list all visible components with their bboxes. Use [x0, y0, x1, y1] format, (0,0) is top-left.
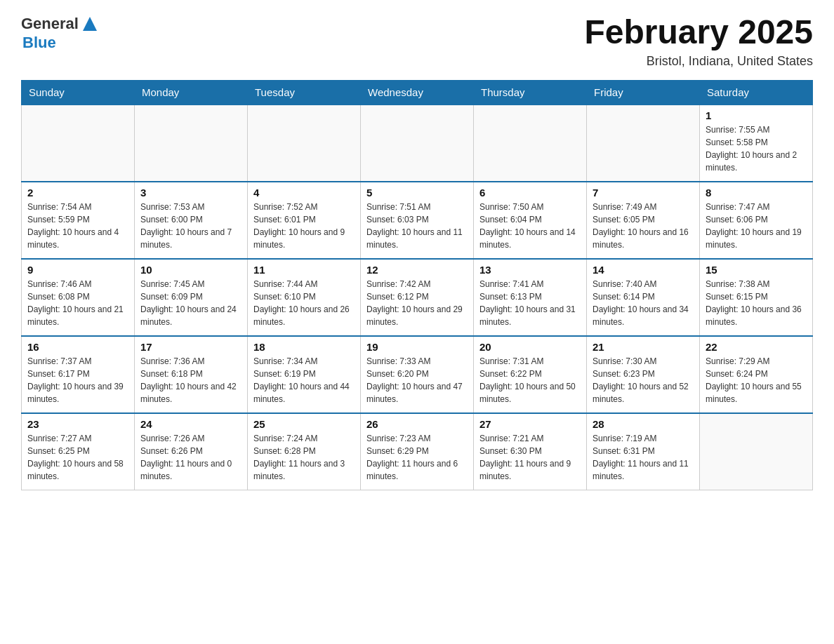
calendar-day-cell: 18Sunrise: 7:34 AMSunset: 6:19 PMDayligh… [248, 336, 361, 413]
day-number: 20 [479, 341, 581, 353]
calendar-week-row: 9Sunrise: 7:46 AMSunset: 6:08 PMDaylight… [22, 259, 813, 336]
day-sun-info: Sunrise: 7:29 AMSunset: 6:24 PMDaylight:… [706, 355, 807, 405]
calendar-day-cell: 2Sunrise: 7:54 AMSunset: 5:59 PMDaylight… [22, 182, 135, 259]
day-number: 22 [706, 341, 807, 353]
day-sun-info: Sunrise: 7:26 AMSunset: 6:26 PMDaylight:… [140, 432, 241, 483]
day-sun-info: Sunrise: 7:38 AMSunset: 6:15 PMDaylight:… [706, 278, 807, 328]
day-sun-info: Sunrise: 7:36 AMSunset: 6:18 PMDaylight:… [140, 355, 241, 405]
weekday-header-thursday: Thursday [474, 80, 587, 105]
day-number: 28 [593, 418, 694, 430]
calendar-day-cell: 22Sunrise: 7:29 AMSunset: 6:24 PMDayligh… [700, 336, 813, 413]
day-sun-info: Sunrise: 7:55 AMSunset: 5:58 PMDaylight:… [706, 123, 807, 174]
calendar-day-cell: 12Sunrise: 7:42 AMSunset: 6:12 PMDayligh… [361, 259, 474, 336]
day-number: 3 [140, 187, 241, 199]
calendar-day-cell: 26Sunrise: 7:23 AMSunset: 6:29 PMDayligh… [361, 413, 474, 490]
calendar-day-cell: 4Sunrise: 7:52 AMSunset: 6:01 PMDaylight… [248, 182, 361, 259]
weekday-header-saturday: Saturday [700, 80, 813, 105]
weekday-header-monday: Monday [135, 80, 248, 105]
month-title: February 2025 [584, 14, 813, 51]
logo: General Blue [21, 14, 100, 52]
calendar-day-cell: 1Sunrise: 7:55 AMSunset: 5:58 PMDaylight… [700, 105, 813, 182]
day-number: 21 [593, 341, 694, 353]
calendar-week-row: 23Sunrise: 7:27 AMSunset: 6:25 PMDayligh… [22, 413, 813, 490]
day-sun-info: Sunrise: 7:53 AMSunset: 6:00 PMDaylight:… [140, 201, 241, 251]
calendar-day-cell: 20Sunrise: 7:31 AMSunset: 6:22 PMDayligh… [474, 336, 587, 413]
calendar-day-cell [474, 105, 587, 182]
day-number: 2 [27, 187, 128, 199]
calendar-day-cell [22, 105, 135, 182]
day-number: 13 [479, 264, 581, 276]
day-number: 16 [27, 341, 128, 353]
calendar-day-cell: 25Sunrise: 7:24 AMSunset: 6:28 PMDayligh… [248, 413, 361, 490]
day-number: 6 [479, 187, 581, 199]
day-sun-info: Sunrise: 7:45 AMSunset: 6:09 PMDaylight:… [140, 278, 241, 328]
day-sun-info: Sunrise: 7:30 AMSunset: 6:23 PMDaylight:… [593, 355, 694, 405]
calendar-day-cell: 24Sunrise: 7:26 AMSunset: 6:26 PMDayligh… [135, 413, 248, 490]
day-number: 12 [366, 264, 468, 276]
day-sun-info: Sunrise: 7:23 AMSunset: 6:29 PMDaylight:… [366, 432, 468, 483]
calendar-day-cell [248, 105, 361, 182]
calendar-day-cell: 27Sunrise: 7:21 AMSunset: 6:30 PMDayligh… [474, 413, 587, 490]
weekday-header-sunday: Sunday [22, 80, 135, 105]
calendar-day-cell: 28Sunrise: 7:19 AMSunset: 6:31 PMDayligh… [587, 413, 700, 490]
svg-marker-0 [83, 17, 97, 31]
day-sun-info: Sunrise: 7:37 AMSunset: 6:17 PMDaylight:… [27, 355, 128, 405]
day-number: 25 [253, 418, 355, 430]
day-number: 14 [593, 264, 694, 276]
calendar-day-cell [587, 105, 700, 182]
day-number: 24 [140, 418, 241, 430]
calendar-day-cell [135, 105, 248, 182]
day-number: 17 [140, 341, 241, 353]
day-sun-info: Sunrise: 7:41 AMSunset: 6:13 PMDaylight:… [479, 278, 581, 328]
day-sun-info: Sunrise: 7:27 AMSunset: 6:25 PMDaylight:… [27, 432, 128, 483]
weekday-header-wednesday: Wednesday [361, 80, 474, 105]
day-number: 10 [140, 264, 241, 276]
calendar-day-cell [700, 413, 813, 490]
calendar-week-row: 1Sunrise: 7:55 AMSunset: 5:58 PMDaylight… [22, 105, 813, 182]
day-number: 15 [706, 264, 807, 276]
day-number: 23 [27, 418, 128, 430]
calendar-day-cell: 10Sunrise: 7:45 AMSunset: 6:09 PMDayligh… [135, 259, 248, 336]
day-sun-info: Sunrise: 7:42 AMSunset: 6:12 PMDaylight:… [366, 278, 468, 328]
location-title: Bristol, Indiana, United States [584, 54, 813, 69]
day-sun-info: Sunrise: 7:54 AMSunset: 5:59 PMDaylight:… [27, 201, 128, 251]
day-sun-info: Sunrise: 7:24 AMSunset: 6:28 PMDaylight:… [253, 432, 355, 483]
day-number: 5 [366, 187, 468, 199]
calendar-day-cell: 17Sunrise: 7:36 AMSunset: 6:18 PMDayligh… [135, 336, 248, 413]
day-sun-info: Sunrise: 7:19 AMSunset: 6:31 PMDaylight:… [593, 432, 694, 483]
calendar-day-cell: 11Sunrise: 7:44 AMSunset: 6:10 PMDayligh… [248, 259, 361, 336]
weekday-header-row: SundayMondayTuesdayWednesdayThursdayFrid… [22, 80, 813, 105]
calendar-day-cell: 7Sunrise: 7:49 AMSunset: 6:05 PMDaylight… [587, 182, 700, 259]
calendar-week-row: 16Sunrise: 7:37 AMSunset: 6:17 PMDayligh… [22, 336, 813, 413]
day-number: 4 [253, 187, 355, 199]
calendar-day-cell: 21Sunrise: 7:30 AMSunset: 6:23 PMDayligh… [587, 336, 700, 413]
calendar-day-cell: 9Sunrise: 7:46 AMSunset: 6:08 PMDaylight… [22, 259, 135, 336]
day-number: 11 [253, 264, 355, 276]
day-number: 9 [27, 264, 128, 276]
calendar-week-row: 2Sunrise: 7:54 AMSunset: 5:59 PMDaylight… [22, 182, 813, 259]
day-sun-info: Sunrise: 7:52 AMSunset: 6:01 PMDaylight:… [253, 201, 355, 251]
title-section: February 2025 Bristol, Indiana, United S… [584, 14, 813, 69]
day-sun-info: Sunrise: 7:33 AMSunset: 6:20 PMDaylight:… [366, 355, 468, 405]
weekday-header-tuesday: Tuesday [248, 80, 361, 105]
day-number: 8 [706, 187, 807, 199]
calendar-day-cell: 16Sunrise: 7:37 AMSunset: 6:17 PMDayligh… [22, 336, 135, 413]
calendar-day-cell: 14Sunrise: 7:40 AMSunset: 6:14 PMDayligh… [587, 259, 700, 336]
calendar-table: SundayMondayTuesdayWednesdayThursdayFrid… [21, 80, 813, 491]
day-number: 26 [366, 418, 468, 430]
day-sun-info: Sunrise: 7:31 AMSunset: 6:22 PMDaylight:… [479, 355, 581, 405]
calendar-day-cell: 19Sunrise: 7:33 AMSunset: 6:20 PMDayligh… [361, 336, 474, 413]
day-sun-info: Sunrise: 7:44 AMSunset: 6:10 PMDaylight:… [253, 278, 355, 328]
page-header: General Blue February 2025 Bristol, Indi… [21, 14, 813, 69]
logo-text-blue: Blue [22, 34, 56, 52]
day-sun-info: Sunrise: 7:50 AMSunset: 6:04 PMDaylight:… [479, 201, 581, 251]
day-sun-info: Sunrise: 7:40 AMSunset: 6:14 PMDaylight:… [593, 278, 694, 328]
calendar-day-cell: 5Sunrise: 7:51 AMSunset: 6:03 PMDaylight… [361, 182, 474, 259]
calendar-day-cell [361, 105, 474, 182]
day-number: 27 [479, 418, 581, 430]
day-number: 19 [366, 341, 468, 353]
logo-triangle-icon [80, 14, 100, 34]
calendar-day-cell: 23Sunrise: 7:27 AMSunset: 6:25 PMDayligh… [22, 413, 135, 490]
day-number: 7 [593, 187, 694, 199]
day-sun-info: Sunrise: 7:21 AMSunset: 6:30 PMDaylight:… [479, 432, 581, 483]
